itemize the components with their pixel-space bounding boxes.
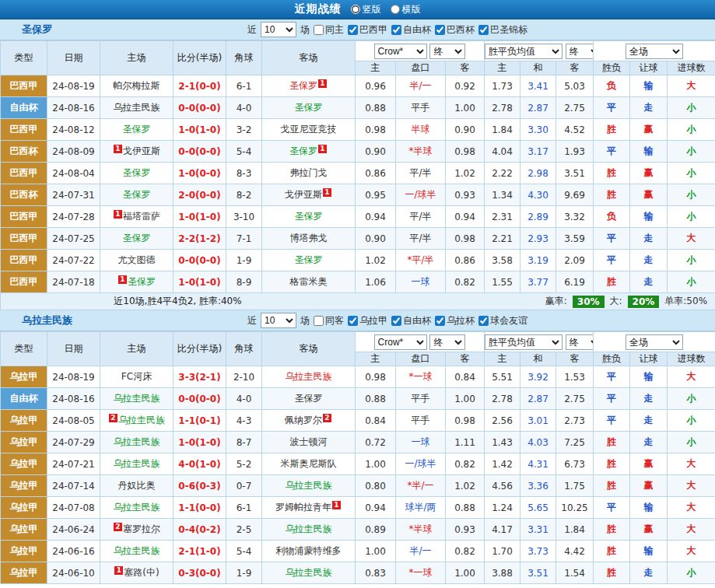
away-team-link[interactable]: 米斯奥尼斯队 [281,458,337,469]
league-filter[interactable]: 乌拉甲 [348,314,387,327]
league-type-badge: 乌拉甲 [1,497,47,519]
league-filter-checkbox[interactable] [348,316,358,326]
home-team-link[interactable]: 乌拉圭民族 [118,415,165,425]
league-filter[interactable]: 自由杯 [391,314,431,327]
away-team-link[interactable]: 圣保罗 [295,211,323,222]
home-team-link[interactable]: 圣保罗 [123,233,151,243]
same-filter-checkbox[interactable] [314,316,324,326]
home-team-link[interactable]: 圣保罗 [123,124,151,135]
home-team-link[interactable]: 乌拉圭民族 [114,393,160,404]
home-team-link[interactable]: 圣保罗 [123,189,151,200]
avg-type-select[interactable]: 胜平负均值 [485,44,563,59]
away-team-link[interactable]: 乌拉圭民族 [286,480,332,491]
scope-select[interactable]: 全场 [626,44,683,59]
odds-away-value: 0.86 [446,250,485,271]
home-team-link[interactable]: 戈伊亚斯 [123,145,160,156]
avg-away-value: 7.25 [556,432,594,453]
col-avg-draw: 和 [520,352,556,366]
home-team-link[interactable]: 乌拉圭民族 [114,102,160,113]
home-team-link[interactable]: 圣保罗 [128,276,156,287]
home-team-cell: 圣保罗 [100,163,173,184]
same-filter-checkbox[interactable] [314,25,324,35]
home-team-link[interactable]: FC河床 [121,371,152,382]
avg-away-value: 2.75 [556,97,594,119]
win-rate-value: 30% [573,296,605,308]
same-venue-filter[interactable]: 同客 [314,314,344,327]
home-team-link[interactable]: 尤文图德 [118,254,156,265]
league-filter[interactable]: 巴圣锦标 [478,23,527,37]
away-team-link[interactable]: 弗拉门戈 [290,167,328,178]
home-team-link[interactable]: 圣保罗 [123,167,151,178]
odds-controls-cell: Crow* 终 [356,332,485,352]
team-name-link[interactable]: 乌拉圭民族 [22,313,72,327]
league-filter-checkbox[interactable] [435,25,445,35]
league-filter-checkbox[interactable] [478,316,489,326]
scope-select[interactable]: 全场 [626,334,683,350]
home-team-link[interactable]: 塞罗拉尔 [123,523,160,534]
odds-source-select[interactable]: Crow* [374,334,427,350]
avg-type-select[interactable]: 胜平负均值 [485,334,563,350]
league-filter[interactable]: 乌拉杯 [435,314,475,327]
same-filter-label: 同主 [325,23,344,37]
col-avg-away: 客 [556,352,594,366]
away-team-link[interactable]: 乌拉圭民族 [286,567,332,578]
same-venue-filter[interactable]: 同主 [314,23,344,37]
league-filter[interactable]: 巴西杯 [435,23,475,37]
team-name-link[interactable]: 圣保罗 [22,23,52,37]
vertical-radio[interactable] [351,5,360,14]
odds-home-value: 0.86 [356,163,396,184]
league-filter[interactable]: 巴西甲 [348,23,387,37]
away-team-link[interactable]: 圣保罗 [295,254,323,265]
score: 0-0(0-0) [173,250,226,271]
home-team-link[interactable]: 乌拉圭民族 [114,545,160,556]
handicap-result: 赢 [630,163,668,184]
result-wdl: 平 [594,388,630,410]
away-team-link[interactable]: 圣保罗 [295,102,323,113]
league-filter[interactable]: 球会友谊 [478,314,527,327]
avg-state-select[interactable]: 终 [566,44,594,59]
odds-state-select[interactable]: 终 [429,334,465,350]
away-team-link[interactable]: 戈亚尼亚竞技 [281,124,337,135]
handicap-result: 输 [630,141,668,163]
match-count-select[interactable]: 10 [261,22,296,37]
away-team-link[interactable]: 格雷米奥 [290,276,328,287]
away-team-link[interactable]: 波士顿河 [290,436,328,447]
horizontal-radio[interactable] [391,5,400,14]
home-team-link[interactable]: 福塔雷萨 [123,211,160,222]
home-team-cell: 乌拉圭民族 [100,541,173,562]
avg-home-value: 2.22 [485,163,520,184]
league-filter-checkbox[interactable] [391,25,401,35]
avg-draw-value: 3.17 [520,141,556,163]
away-team-link[interactable]: 利物浦蒙特维多 [276,545,342,556]
league-filter-checkbox[interactable] [478,25,489,35]
league-filter-checkbox[interactable] [391,316,401,326]
away-team-link[interactable]: 圣保罗 [295,393,323,404]
league-type-badge: 乌拉甲 [1,541,47,562]
away-team-link[interactable]: 戈伊亚斯 [285,189,322,200]
away-team-link[interactable]: 圣保罗 [289,80,317,91]
away-team-link[interactable]: 乌拉圭民族 [286,523,332,534]
away-team-link[interactable]: 乌拉圭民族 [286,371,332,382]
away-team-link[interactable]: 圣保罗 [289,145,317,156]
away-team-link[interactable]: 罗姆帕拉青年 [275,502,331,513]
odds-state-select[interactable]: 终 [429,44,465,59]
league-filter-checkbox[interactable] [348,25,358,35]
home-team-link[interactable]: 帕尔梅拉斯 [114,80,160,91]
layout-option-vertical[interactable]: 竖版 [351,3,381,16]
home-team-link[interactable]: 乌拉圭民族 [114,436,160,447]
away-team-link[interactable]: 博塔弗戈 [290,233,328,243]
home-team-link[interactable]: 乌拉圭民族 [114,502,160,513]
avg-state-select[interactable]: 终 [566,334,594,350]
league-filter[interactable]: 自由杯 [391,23,431,37]
col-corner: 角球 [226,41,262,75]
home-team-link[interactable]: 塞路(中) [124,567,159,578]
home-team-link[interactable]: 丹奴比奥 [118,480,156,491]
league-filter-checkbox[interactable] [435,316,445,326]
result-wdl: 胜 [594,562,630,584]
odds-away-value: 1.02 [446,475,485,497]
away-team-link[interactable]: 佩纳罗尔 [285,415,322,425]
home-team-link[interactable]: 乌拉圭民族 [114,458,160,469]
layout-option-horizontal[interactable]: 横版 [391,3,421,16]
match-count-select[interactable]: 10 [261,313,296,328]
odds-source-select[interactable]: Crow* [374,44,427,59]
